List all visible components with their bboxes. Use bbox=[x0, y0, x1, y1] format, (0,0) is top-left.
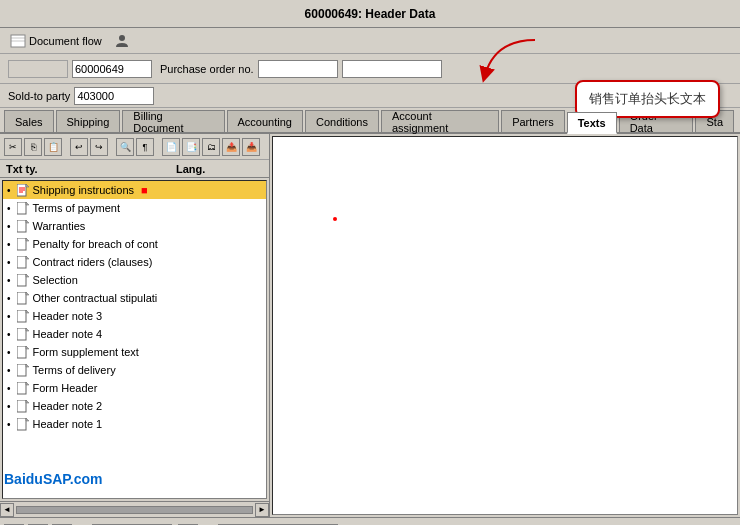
sold-to-label: Sold-to party bbox=[8, 90, 70, 102]
tree-item-text-12: Header note 2 bbox=[33, 400, 103, 412]
tab-billing-document[interactable]: Billing Document bbox=[122, 110, 224, 132]
main-toolbar: Document flow bbox=[0, 28, 740, 54]
bottom-bar: 💾 🗑 🖨 |◄ ◄ ► ►| 📋 ZH Chinese EN English … bbox=[0, 517, 740, 525]
doc-number-group bbox=[8, 60, 152, 78]
tool3-button[interactable]: 🗂 bbox=[202, 138, 220, 156]
bullet-8: • bbox=[7, 329, 11, 340]
scroll-left-button[interactable]: ◄ bbox=[0, 503, 14, 517]
purchase-order-label: Purchase order no. bbox=[160, 63, 254, 75]
tree-item-2[interactable]: • Warranties bbox=[3, 217, 266, 235]
tree-item-13[interactable]: • Header note 1 bbox=[3, 415, 266, 433]
tab-partners[interactable]: Partners bbox=[501, 110, 565, 132]
svg-rect-19 bbox=[17, 292, 26, 304]
purchase-order-input[interactable] bbox=[258, 60, 338, 78]
tool5-button[interactable]: 📥 bbox=[242, 138, 260, 156]
doc-number-input[interactable] bbox=[72, 60, 152, 78]
tab-conditions[interactable]: Conditions bbox=[305, 110, 379, 132]
tree-item-text-1: Terms of payment bbox=[33, 202, 120, 214]
doc-icon-9 bbox=[16, 345, 30, 359]
document-flow-button[interactable]: Document flow bbox=[6, 32, 106, 50]
person-button[interactable] bbox=[110, 31, 134, 51]
tree-item-6[interactable]: • Other contractual stipulati bbox=[3, 289, 266, 307]
doc-icon-0 bbox=[16, 183, 30, 197]
tab-sales[interactable]: Sales bbox=[4, 110, 54, 132]
find-button[interactable]: 🔍 bbox=[116, 138, 134, 156]
bullet-13: • bbox=[7, 419, 11, 430]
format-button[interactable]: ¶ bbox=[136, 138, 154, 156]
svg-marker-24 bbox=[26, 328, 29, 331]
tree-item-7[interactable]: • Header note 3 bbox=[3, 307, 266, 325]
tree-scroll-bar: ◄ ► bbox=[0, 501, 269, 517]
callout-arrow-svg bbox=[465, 30, 545, 90]
document-flow-label: Document flow bbox=[29, 35, 102, 47]
title-text: 60000649: Header Data bbox=[305, 7, 436, 21]
tab-account-assignment[interactable]: Account assignment bbox=[381, 110, 499, 132]
cut-button[interactable]: ✂ bbox=[4, 138, 22, 156]
main-content: ✂ ⎘ 📋 ↩ ↪ 🔍 ¶ 📄 📑 🗂 📤 📥 Txt ty. Lang. • bbox=[0, 134, 740, 517]
redo-button[interactable]: ↪ bbox=[90, 138, 108, 156]
tree-item-3[interactable]: • Penalty for breach of cont bbox=[3, 235, 266, 253]
doc-icon-2 bbox=[16, 219, 30, 233]
sold-to-input[interactable] bbox=[74, 87, 154, 105]
tree-item-lang-0: ■ bbox=[141, 184, 148, 196]
bullet-2: • bbox=[7, 221, 11, 232]
tree-item-text-5: Selection bbox=[33, 274, 78, 286]
tree-list[interactable]: • Shipping instructions ■ • bbox=[2, 180, 267, 499]
tree-item-text-7: Header note 3 bbox=[33, 310, 103, 322]
tool1-button[interactable]: 📄 bbox=[162, 138, 180, 156]
tab-shipping[interactable]: Shipping bbox=[56, 110, 121, 132]
inner-toolbar: ✂ ⎘ 📋 ↩ ↪ 🔍 ¶ 📄 📑 🗂 📤 📥 bbox=[0, 134, 269, 160]
tree-item-1[interactable]: • Terms of payment bbox=[3, 199, 266, 217]
svg-rect-31 bbox=[17, 400, 26, 412]
paste-button[interactable]: 📋 bbox=[44, 138, 62, 156]
svg-point-3 bbox=[119, 35, 125, 41]
tree-item-0[interactable]: • Shipping instructions ■ bbox=[3, 181, 266, 199]
watermark: BaiduSAP.com bbox=[4, 471, 103, 487]
doc-number-input-left[interactable] bbox=[8, 60, 68, 78]
tree-item-text-3: Penalty for breach of cont bbox=[33, 238, 158, 250]
doc-icon-3 bbox=[16, 237, 30, 251]
tree-item-4[interactable]: • Contract riders (clauses) bbox=[3, 253, 266, 271]
doc-icon-10 bbox=[16, 363, 30, 377]
sold-to-name-input[interactable] bbox=[158, 87, 358, 105]
bullet-0: • bbox=[7, 185, 11, 196]
tab-texts[interactable]: Texts bbox=[567, 112, 617, 134]
scroll-right-button[interactable]: ► bbox=[255, 503, 269, 517]
undo-button[interactable]: ↩ bbox=[70, 138, 88, 156]
scroll-track[interactable] bbox=[16, 506, 253, 514]
svg-marker-26 bbox=[26, 346, 29, 349]
doc-flow-icon bbox=[10, 34, 26, 48]
purchase-order-group: Purchase order no. bbox=[160, 60, 442, 78]
bullet-10: • bbox=[7, 365, 11, 376]
tree-item-8[interactable]: • Header note 4 bbox=[3, 325, 266, 343]
svg-marker-28 bbox=[26, 364, 29, 367]
tree-item-text-2: Warranties bbox=[33, 220, 86, 232]
tree-item-11[interactable]: • Form Header bbox=[3, 379, 266, 397]
tool2-button[interactable]: 📑 bbox=[182, 138, 200, 156]
purchase-order-input2[interactable] bbox=[342, 60, 442, 78]
svg-rect-17 bbox=[17, 274, 26, 286]
copy-button[interactable]: ⎘ bbox=[24, 138, 42, 156]
tree-item-text-6: Other contractual stipulati bbox=[33, 292, 158, 304]
tree-item-10[interactable]: • Terms of delivery bbox=[3, 361, 266, 379]
tool4-button[interactable]: 📤 bbox=[222, 138, 240, 156]
doc-icon-13 bbox=[16, 417, 30, 431]
bullet-7: • bbox=[7, 311, 11, 322]
svg-marker-12 bbox=[26, 220, 29, 223]
tab-accounting[interactable]: Accounting bbox=[227, 110, 303, 132]
doc-icon-5 bbox=[16, 273, 30, 287]
bullet-6: • bbox=[7, 293, 11, 304]
bullet-9: • bbox=[7, 347, 11, 358]
tree-header: Txt ty. Lang. bbox=[0, 160, 269, 178]
bullet-3: • bbox=[7, 239, 11, 250]
tree-item-5[interactable]: • Selection bbox=[3, 271, 266, 289]
tree-item-text-13: Header note 1 bbox=[33, 418, 103, 430]
tree-item-9[interactable]: • Form supplement text bbox=[3, 343, 266, 361]
svg-rect-13 bbox=[17, 238, 26, 250]
svg-rect-9 bbox=[17, 202, 26, 214]
editor-area[interactable] bbox=[272, 136, 738, 515]
svg-marker-30 bbox=[26, 382, 29, 385]
doc-icon-6 bbox=[16, 291, 30, 305]
tree-item-12[interactable]: • Header note 2 bbox=[3, 397, 266, 415]
tree-item-text-9: Form supplement text bbox=[33, 346, 139, 358]
